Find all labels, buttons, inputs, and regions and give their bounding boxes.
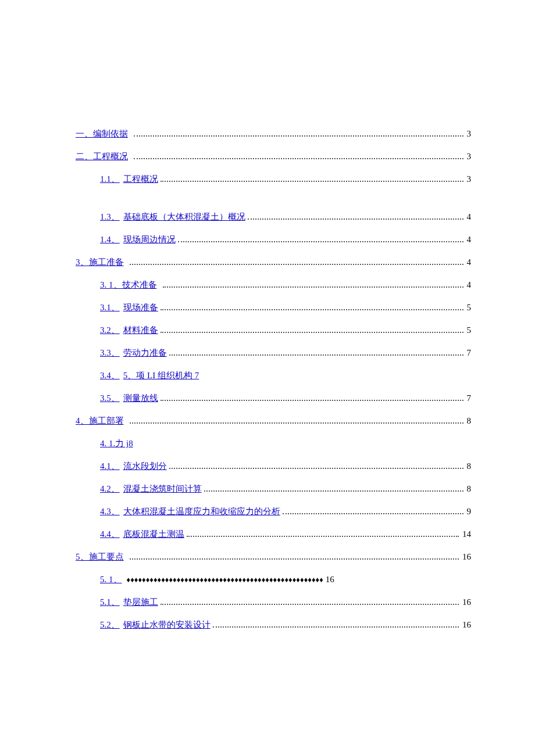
toc-leader <box>178 241 463 242</box>
toc-entry: 4.3、大体积混凝土温度应力和收缩应力的分析9 <box>76 506 471 518</box>
toc-link-suffix[interactable]: 5、项 LI 组织机构 7 <box>123 370 199 382</box>
toc-link[interactable]: 一、编制依据 <box>76 128 128 140</box>
toc-link-suffix[interactable]: 现场准备 <box>123 302 158 314</box>
toc-link[interactable]: 4.3、 <box>100 506 120 518</box>
toc-link[interactable]: 4. 1.力 j8 <box>100 438 133 450</box>
toc-link-suffix[interactable]: 钢板止水带的安装设计 <box>123 619 211 631</box>
toc-entry: 3. 1、技术准备4 <box>76 279 471 291</box>
toc-page-number: 16 <box>324 574 334 586</box>
toc-entry: 4.4、底板混凝土测温14 <box>76 528 471 540</box>
toc-leader: ♦♦♦♦♦♦♦♦♦♦♦♦♦♦♦♦♦♦♦♦♦♦♦♦♦♦♦♦♦♦♦♦♦♦♦♦♦♦♦♦… <box>126 575 324 585</box>
toc-page-number: 4 <box>466 234 472 246</box>
toc-link[interactable]: 1.4、 <box>100 234 120 246</box>
toc-entry: 3.2、材料准备5 <box>76 324 471 336</box>
toc-link-suffix[interactable]: 流水段划分 <box>123 460 167 472</box>
toc-page-number: 8 <box>466 415 472 427</box>
toc-page-number: 3 <box>466 151 472 163</box>
toc-page-number: 14 <box>461 528 471 540</box>
toc-entry: 1.3、基础底板（大体积混凝土）概况4 <box>76 211 471 223</box>
toc-link[interactable]: 5.2、 <box>100 619 120 631</box>
toc-link-suffix[interactable]: 材料准备 <box>123 324 158 336</box>
toc-leader <box>160 604 459 605</box>
toc-page-number: 7 <box>466 347 472 359</box>
toc-link[interactable]: 4.4、 <box>100 528 120 540</box>
toc-entry: 4.2、混凝土浇筑时间计算8 <box>76 483 471 495</box>
toc-leader <box>213 626 459 628</box>
toc-entry: 4、施工部署8 <box>76 415 471 427</box>
toc-page-number: 8 <box>466 483 472 495</box>
toc-link[interactable]: 3、施工准备 <box>76 256 124 268</box>
toc-entry: 5.1、垫层施工16 <box>76 596 471 608</box>
toc-link-suffix[interactable]: 测量放线 <box>123 392 158 404</box>
toc-link[interactable]: 3. 1、技术准备 <box>100 279 157 291</box>
toc-page-number: 4 <box>466 279 472 291</box>
table-of-contents: 一、编制依据3二、工程概况31.1、工程概况31.3、基础底板（大体积混凝土）概… <box>76 128 471 631</box>
toc-page-number: 4 <box>466 211 472 223</box>
toc-link[interactable]: 4.1、 <box>100 460 120 472</box>
toc-entry: 4.1、流水段划分8 <box>76 460 471 472</box>
toc-leader <box>160 309 463 310</box>
toc-entry: 3.3、劳动力准备7 <box>76 347 471 359</box>
toc-link-suffix[interactable]: 混凝土浇筑时间计算 <box>123 483 202 495</box>
toc-entry: 5、施工要点16 <box>76 551 471 563</box>
toc-page-number: 3 <box>466 173 472 185</box>
toc-entry: 3、施工准备4 <box>76 256 471 268</box>
toc-leader <box>130 422 463 424</box>
toc-entry: 3.4、5、项 LI 组织机构 7 <box>76 370 471 382</box>
toc-link[interactable]: 4.2、 <box>100 483 120 495</box>
toc-entry: 5. 1、♦♦♦♦♦♦♦♦♦♦♦♦♦♦♦♦♦♦♦♦♦♦♦♦♦♦♦♦♦♦♦♦♦♦♦… <box>76 574 471 586</box>
toc-leader <box>187 536 459 537</box>
toc-page-number: 5 <box>466 302 472 314</box>
toc-link-suffix[interactable]: 基础底板（大体积混凝土）概况 <box>123 211 245 223</box>
toc-entry: 3.1、现场准备5 <box>76 302 471 314</box>
toc-link[interactable]: 3.1、 <box>100 302 120 314</box>
toc-link-suffix[interactable]: 工程概况 <box>123 173 158 185</box>
toc-link-suffix[interactable]: 劳动力准备 <box>123 347 167 359</box>
document-page: 一、编制依据3二、工程概况31.1、工程概况31.3、基础底板（大体积混凝土）概… <box>0 0 535 756</box>
toc-page-number: 9 <box>466 506 472 518</box>
toc-leader <box>130 264 463 265</box>
toc-entry: 1.4、现场周边情况4 <box>76 234 471 246</box>
toc-link[interactable]: 3.3、 <box>100 347 120 359</box>
toc-page-number: 8 <box>466 460 472 472</box>
toc-leader <box>283 513 463 514</box>
toc-entry: 二、工程概况3 <box>76 151 471 163</box>
toc-leader <box>169 354 463 356</box>
toc-link[interactable]: 1.3、 <box>100 211 120 223</box>
toc-entry: 4. 1.力 j8 <box>76 438 471 450</box>
toc-entry: 一、编制依据3 <box>76 128 471 140</box>
toc-entry: 5.2、钢板止水带的安装设计16 <box>76 619 471 631</box>
toc-page-number: 16 <box>461 619 471 631</box>
toc-link-suffix[interactable]: 大体积混凝土温度应力和收缩应力的分析 <box>123 506 280 518</box>
toc-entry: 3.5、测量放线7 <box>76 392 471 404</box>
toc-leader <box>130 558 459 560</box>
toc-leader <box>160 400 463 401</box>
toc-link[interactable]: 1.1、 <box>100 173 120 185</box>
toc-page-number: 3 <box>466 128 472 140</box>
toc-page-number: 4 <box>466 256 472 268</box>
toc-link-suffix[interactable]: 现场周边情况 <box>123 234 176 246</box>
toc-page-number: 16 <box>461 596 471 608</box>
toc-link[interactable]: 5、施工要点 <box>76 551 124 563</box>
toc-link[interactable]: 5. 1、 <box>100 574 122 586</box>
toc-leader <box>169 468 463 469</box>
toc-leader <box>248 218 463 220</box>
toc-page-number: 16 <box>461 551 471 563</box>
toc-link[interactable]: 5.1、 <box>100 596 120 608</box>
toc-page-number: 7 <box>466 392 472 404</box>
toc-leader <box>204 490 463 492</box>
toc-link[interactable]: 二、工程概况 <box>76 151 128 163</box>
toc-leader <box>134 135 463 137</box>
toc-link-suffix[interactable]: 垫层施工 <box>123 596 158 608</box>
toc-page-number: 5 <box>466 324 472 336</box>
toc-link[interactable]: 3.5、 <box>100 392 120 404</box>
toc-link[interactable]: 3.4、 <box>100 370 120 382</box>
toc-leader <box>134 158 463 159</box>
toc-leader <box>163 286 463 288</box>
toc-entry: 1.1、工程概况3 <box>76 173 471 185</box>
toc-leader <box>160 332 463 333</box>
toc-link-suffix[interactable]: 底板混凝土测温 <box>123 528 184 540</box>
toc-link[interactable]: 3.2、 <box>100 324 120 336</box>
toc-leader <box>160 181 463 182</box>
toc-link[interactable]: 4、施工部署 <box>76 415 124 427</box>
